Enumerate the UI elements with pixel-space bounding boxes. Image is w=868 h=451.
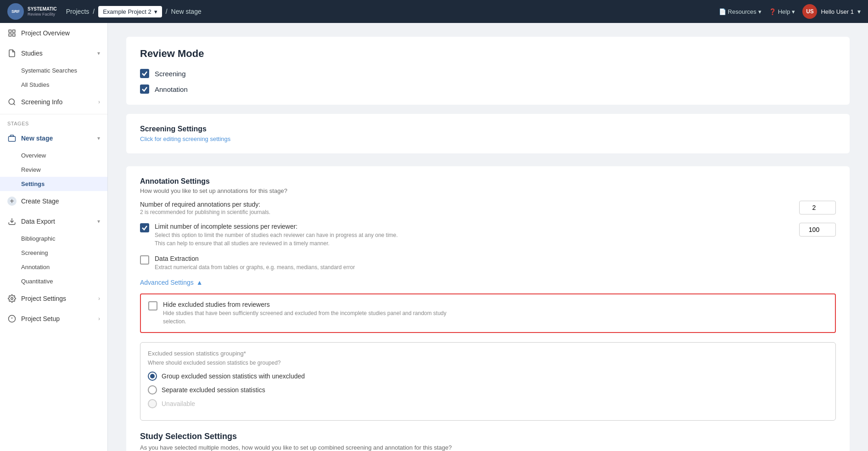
sidebar-item-project-setup[interactable]: Project Setup › — [0, 309, 107, 329]
annotation-checkbox[interactable] — [140, 85, 149, 94]
stage-icon — [7, 134, 17, 143]
chevron-down-icon: ▾ — [154, 8, 157, 15]
topnav-right: 📄 Resources ▾ ❓ Help ▾ US Hello User 1 ▾ — [719, 4, 861, 19]
logo: SRF SYSTEMATIC Review Facility — [7, 3, 57, 20]
svg-point-4 — [9, 99, 14, 104]
project-overview-icon — [7, 28, 17, 38]
avatar: US — [802, 4, 817, 19]
data-extraction-text: Data Extraction Extract numerical data f… — [155, 255, 355, 271]
grouping-question: Where should excluded session statistics… — [148, 360, 828, 366]
screening-settings-link[interactable]: Click for editing screening settings — [140, 135, 230, 142]
radio-separate-row: Separate excluded session statistics — [148, 385, 828, 395]
svg-rect-1 — [13, 30, 15, 32]
resources-icon: 📄 — [719, 8, 726, 15]
chevron-right-icon: › — [98, 316, 100, 322]
help-icon: ❓ — [769, 8, 776, 15]
screening-settings-section: Screening Settings Click for editing scr… — [126, 114, 850, 153]
study-selection-sub: As you have selected multiple modes, how… — [140, 444, 836, 451]
annotation-settings-desc: How would you like to set up annotations… — [140, 187, 836, 194]
radio-unavailable — [148, 399, 157, 408]
chevron-down-icon: ▾ — [792, 8, 795, 15]
logo-text: SYSTEMATIC Review Facility — [28, 6, 57, 17]
breadcrumb: Projects / Example Project 2 ▾ / New sta… — [66, 6, 202, 17]
grouping-box: Excluded session statistics grouping* Wh… — [140, 342, 836, 421]
sidebar-item-annotation[interactable]: Annotation — [0, 260, 107, 274]
breadcrumb-projects[interactable]: Projects — [66, 8, 90, 15]
sidebar-item-project-settings[interactable]: Project Settings › — [0, 288, 107, 309]
help-button[interactable]: ❓ Help ▾ — [769, 8, 795, 15]
sidebar-item-settings[interactable]: Settings — [0, 177, 107, 191]
required-annotations-text: Number of required annotations per study… — [140, 201, 793, 215]
sidebar-item-all-studies[interactable]: All Studies — [0, 78, 107, 92]
divider — [0, 114, 107, 114]
limit-sessions-text: Limit number of incomplete sessions per … — [155, 223, 398, 248]
sidebar-item-project-overview[interactable]: Project Overview — [0, 23, 107, 43]
page-title: Review Mode — [140, 48, 836, 60]
radio-separate[interactable] — [148, 385, 157, 395]
limit-sessions-checkbox[interactable] — [140, 223, 149, 232]
annotation-mode-row: Annotation — [140, 85, 836, 94]
limit-sessions-row: Limit number of incomplete sessions per … — [140, 223, 836, 248]
sidebar-item-screening-info[interactable]: Screening Info › — [0, 92, 107, 112]
hide-excluded-text: Hide excluded studies from reviewers Hid… — [163, 301, 447, 326]
info-icon — [7, 314, 17, 323]
data-extraction-row: Data Extraction Extract numerical data f… — [140, 255, 836, 271]
required-annotations-row: Number of required annotations per study… — [140, 201, 836, 215]
sidebar-item-create-stage[interactable]: + Create Stage — [0, 191, 107, 211]
advanced-settings-toggle[interactable]: Advanced Settings ▲ — [140, 279, 836, 286]
radio-unavailable-row: Unavailable — [148, 399, 828, 408]
top-navigation: SRF SYSTEMATIC Review Facility Projects … — [0, 0, 868, 23]
annotation-settings-section: Annotation Settings How would you like t… — [126, 166, 850, 451]
resources-button[interactable]: 📄 Resources ▾ — [719, 8, 762, 15]
screening-settings-title: Screening Settings — [140, 125, 836, 133]
screening-icon — [7, 97, 17, 107]
sidebar-item-new-stage[interactable]: New stage ▾ — [0, 128, 107, 148]
breadcrumb-stage: New stage — [171, 8, 202, 15]
sidebar-item-screening[interactable]: Screening — [0, 246, 107, 260]
user-menu[interactable]: US Hello User 1 ▾ — [802, 4, 861, 19]
study-selection-title: Study Selection Settings — [140, 432, 836, 441]
chevron-down-icon: ▾ — [758, 8, 762, 15]
chevron-right-icon: › — [98, 295, 100, 302]
chevron-down-icon: ▾ — [97, 50, 100, 56]
studies-icon — [7, 49, 17, 58]
logo-circle: SRF — [7, 3, 24, 20]
hide-excluded-checkbox[interactable] — [148, 301, 157, 310]
settings-main: Screening Settings Click for editing scr… — [126, 114, 850, 451]
project-selector[interactable]: Example Project 2 ▾ — [98, 6, 162, 17]
sidebar-item-overview[interactable]: Overview — [0, 148, 107, 163]
sidebar-item-bibliographic[interactable]: Bibliographic — [0, 231, 107, 246]
stages-section-label: Stages — [0, 116, 107, 128]
settings-columns: Screening Settings Click for editing scr… — [126, 114, 850, 451]
main-content: Review Mode Screening Annotation Screeni… — [108, 23, 868, 451]
chevron-up-icon: ▲ — [196, 279, 203, 286]
svg-rect-0 — [9, 30, 11, 32]
hide-excluded-box: Hide excluded studies from reviewers Hid… — [140, 293, 836, 333]
sidebar: Project Overview Studies ▾ Systematic Se… — [0, 23, 108, 451]
radio-group-selected[interactable] — [148, 372, 157, 381]
plus-icon: + — [7, 197, 17, 206]
chevron-down-icon: ▾ — [97, 218, 100, 225]
chevron-down-icon: ▾ — [857, 8, 861, 15]
limit-sessions-input[interactable] — [799, 223, 836, 237]
required-annotations-input[interactable] — [799, 201, 836, 214]
screening-row: Screening — [140, 69, 836, 78]
breadcrumb-sep1: / — [93, 8, 95, 15]
review-mode-section: Review Mode Screening Annotation — [126, 37, 850, 105]
svg-rect-2 — [9, 34, 11, 36]
study-selection-section: Study Selection Settings As you have sel… — [140, 432, 836, 451]
svg-rect-3 — [13, 34, 15, 36]
svg-point-8 — [11, 298, 13, 300]
sidebar-item-quantitative[interactable]: Quantitative — [0, 274, 107, 288]
sidebar-item-review[interactable]: Review — [0, 163, 107, 177]
screening-checkbox[interactable] — [140, 69, 149, 78]
chevron-down-icon: ▾ — [97, 135, 100, 141]
annotation-settings-title: Annotation Settings — [140, 177, 836, 186]
sidebar-item-data-export[interactable]: Data Export ▾ — [0, 211, 107, 231]
radio-group-row: Group excluded session statistics with u… — [148, 372, 828, 381]
sidebar-item-studies[interactable]: Studies ▾ — [0, 43, 107, 63]
data-extraction-checkbox[interactable] — [140, 255, 149, 265]
grouping-title: Excluded session statistics grouping* — [148, 350, 828, 357]
svg-rect-6 — [9, 136, 16, 141]
sidebar-item-systematic-searches[interactable]: Systematic Searches — [0, 63, 107, 78]
